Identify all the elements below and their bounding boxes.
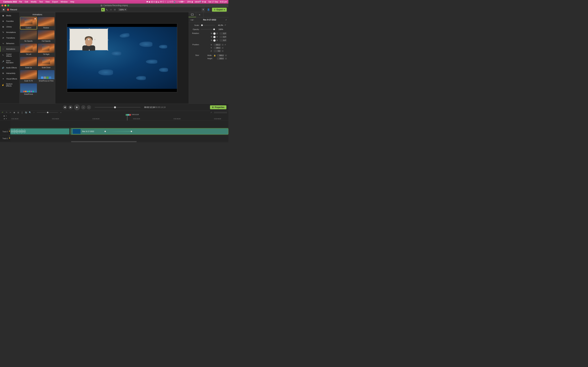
- rail-visual-effects[interactable]: ✦Visual Effects: [0, 76, 19, 82]
- spotlight-icon[interactable]: 🔍: [199, 1, 202, 3]
- notes-icon[interactable]: ▤: [155, 1, 157, 3]
- record-status-icon[interactable]: ⊙: [153, 1, 155, 3]
- app-name[interactable]: Camtasia 2022: [3, 1, 17, 3]
- track-header-1[interactable]: Track 1👁🔒: [0, 135, 10, 142]
- rotation-y-input[interactable]: 0.0°: [219, 36, 227, 38]
- add-marker-button[interactable]: +: [6, 115, 7, 117]
- rail-voice-narration[interactable]: 🎤Voice Narration: [0, 58, 19, 65]
- menu-view[interactable]: View: [45, 1, 50, 3]
- anim-custom[interactable]: ★Custom: [20, 17, 37, 29]
- m-icon[interactable]: M: [160, 1, 162, 3]
- stepper[interactable]: [222, 47, 224, 49]
- zoom-out-button[interactable]: −: [33, 111, 35, 114]
- menu-window[interactable]: Window: [61, 1, 68, 3]
- clip-handle-left[interactable]: ⋮: [71, 128, 72, 134]
- rotation-x-input[interactable]: 0.0°: [219, 39, 227, 42]
- lock-icon[interactable]: 🔒: [9, 130, 10, 132]
- reset-all-icon[interactable]: ↺: [225, 19, 227, 21]
- detach-timeline-button[interactable]: ⤢: [210, 111, 212, 114]
- anim-restore[interactable]: Restore: [38, 17, 55, 29]
- rail-interactivity[interactable]: ⧉Interactivity: [0, 70, 19, 76]
- rail-behaviors[interactable]: ∿Behaviors: [0, 41, 19, 46]
- zoom-fit-icon[interactable]: 🔍: [29, 111, 31, 114]
- scrubber[interactable]: [95, 107, 141, 108]
- crop-tool[interactable]: [105, 8, 109, 11]
- width-input[interactable]: 593.0: [217, 54, 224, 57]
- favorite-star-icon[interactable]: ★: [34, 17, 36, 20]
- anim-scale-to-fit[interactable]: Scale To Fit: [20, 70, 37, 83]
- rail-cursor-effects[interactable]: ↖Cursor Effects: [0, 52, 19, 58]
- home-button[interactable]: [2, 8, 6, 12]
- timeline-zoom-slider[interactable]: [37, 112, 58, 113]
- rotation-dial-y[interactable]: [213, 36, 216, 38]
- anim-scale-up[interactable]: Scale Up: [20, 57, 37, 69]
- prev-clip-button[interactable]: ◀︎|: [63, 105, 67, 109]
- props-tab-visual[interactable]: [189, 12, 196, 17]
- anim-full-opacity[interactable]: Full Opacity: [38, 30, 55, 43]
- menu-help[interactable]: Help: [70, 1, 74, 3]
- reset-icon[interactable]: ↺: [225, 44, 227, 46]
- close-window-button[interactable]: [1, 5, 3, 6]
- display-icon[interactable]: ⧠: [171, 1, 173, 3]
- eye-icon[interactable]: 👁: [9, 135, 10, 137]
- playhead[interactable]: 0:02:12;18: [127, 114, 127, 120]
- download-button[interactable]: ⬇: [201, 8, 205, 11]
- animation-marker[interactable]: [105, 131, 131, 132]
- rail-favorites[interactable]: ★Favorites: [0, 18, 19, 24]
- menu-export[interactable]: Export: [52, 1, 58, 3]
- timeline-minimap[interactable]: [214, 112, 227, 113]
- position-x-input[interactable]: -531.2: [214, 44, 221, 46]
- track-2-row[interactable]: ⋮ Rec 9-17-2022: [10, 128, 228, 135]
- user-menu[interactable]: steve: [195, 1, 199, 3]
- stepper[interactable]: [222, 50, 224, 52]
- export-button[interactable]: ⇧ Export ▾: [212, 8, 227, 12]
- affinity-icon[interactable]: ▲: [157, 1, 160, 3]
- lock-icon[interactable]: 🔒: [9, 137, 10, 138]
- opacity-slider[interactable]: [201, 29, 215, 30]
- account-button[interactable]: 👤: [207, 8, 210, 11]
- stepper[interactable]: [222, 44, 224, 46]
- anim-no-opacity[interactable]: No Opacity: [20, 30, 37, 43]
- timeline-scrollbar[interactable]: [71, 141, 137, 142]
- position-z-input[interactable]: 0.0: [214, 50, 221, 52]
- stepper[interactable]: [225, 58, 227, 59]
- select-tool[interactable]: [101, 8, 105, 11]
- battery-status[interactable]: 25%▮: [187, 1, 193, 3]
- clip-audio[interactable]: [10, 128, 69, 134]
- copy-button[interactable]: ▣: [13, 111, 15, 114]
- play-button[interactable]: [74, 104, 80, 110]
- control-center-icon[interactable]: ⚙: [202, 1, 204, 3]
- rotate-z-icon[interactable]: ↻: [211, 33, 212, 34]
- status-icon-2[interactable]: ⇶: [151, 1, 153, 3]
- menu-file[interactable]: File: [19, 1, 22, 3]
- screenshot-button[interactable]: 📷: [25, 111, 27, 114]
- rotation-dial-z[interactable]: [213, 33, 216, 35]
- rail-annotations[interactable]: ✎Annotations: [0, 30, 19, 35]
- height-input[interactable]: 333.6: [217, 57, 224, 60]
- bluetooth-icon[interactable]: ᛒ: [176, 1, 178, 3]
- properties-button[interactable]: ⚙Properties: [210, 105, 226, 109]
- collapse-button[interactable]: ▾: [6, 118, 7, 120]
- next-marker-button[interactable]: ›: [87, 105, 91, 109]
- undo-button[interactable]: ↶: [1, 111, 4, 114]
- status-icon[interactable]: ◉: [148, 1, 151, 3]
- rail-media[interactable]: ▣Media: [0, 13, 19, 18]
- scale-slider[interactable]: [201, 25, 215, 25]
- track-header-2[interactable]: Track 2👁🔒: [0, 128, 10, 135]
- split-button[interactable]: ║: [21, 111, 23, 114]
- timeline-ruler[interactable]: 0:01:30;00 0:01:45;00 0:02:00;00 0:02:15…: [10, 114, 228, 121]
- selected-clip-overlay[interactable]: ✥: [70, 29, 108, 50]
- siri-icon[interactable]: ◐: [204, 1, 206, 3]
- eye-icon[interactable]: 👁: [9, 129, 10, 130]
- keyboard-icon[interactable]: ⌨: [181, 1, 183, 3]
- moon-icon[interactable]: ☾: [164, 1, 167, 3]
- anim-tilt-left[interactable]: Tilt Left: [20, 44, 37, 56]
- dropbox-icon[interactable]: ⬒: [146, 1, 148, 3]
- hand-tool[interactable]: [109, 8, 113, 11]
- lock-aspect-icon[interactable]: 🔒: [214, 54, 216, 57]
- cut-button[interactable]: ✂: [9, 111, 11, 114]
- menu-text[interactable]: Text: [39, 1, 43, 3]
- props-tab-audio[interactable]: [196, 12, 204, 17]
- anim-tilt-right[interactable]: Tilt Right: [38, 44, 55, 56]
- rail-animations[interactable]: →Animations: [0, 46, 19, 52]
